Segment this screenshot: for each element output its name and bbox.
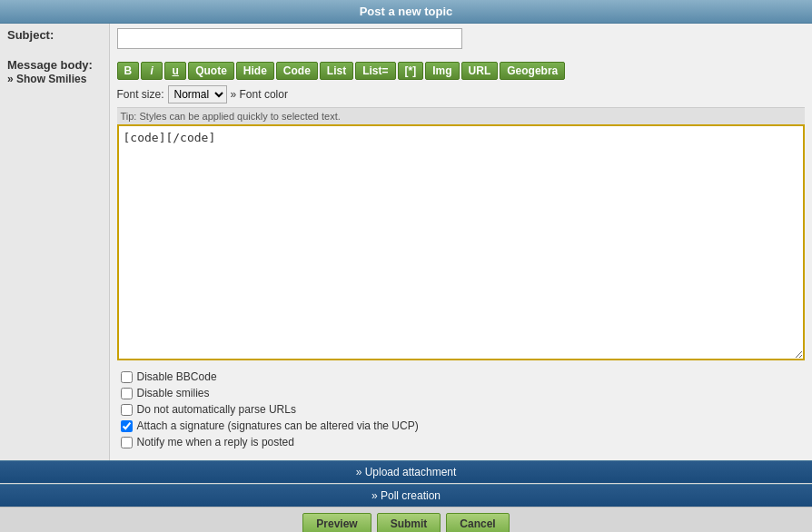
notify-reply-row: Notify me when a reply is posted xyxy=(121,434,802,450)
no-parse-urls-checkbox[interactable] xyxy=(121,404,133,416)
message-body-row: Message body: Show Smilies B i u Quote H… xyxy=(0,54,812,460)
show-smilies-link[interactable]: Show Smilies xyxy=(7,73,86,85)
list-button[interactable]: List xyxy=(320,62,353,80)
no-parse-urls-row: Do not automatically parse URLs xyxy=(121,401,802,418)
upload-attachment-label: » Upload attachment xyxy=(356,466,457,478)
notify-reply-checkbox[interactable] xyxy=(121,437,133,448)
disable-bbcode-row: Disable BBCode xyxy=(121,369,802,385)
preview-button[interactable]: Preview xyxy=(302,513,371,532)
hide-button[interactable]: Hide xyxy=(236,62,274,80)
list-ordered-button[interactable]: List= xyxy=(355,62,395,80)
disable-bbcode-label: Disable BBCode xyxy=(137,370,217,383)
subject-cell xyxy=(109,24,812,54)
no-parse-urls-label: Do not automatically parse URLs xyxy=(137,403,296,416)
disable-bbcode-checkbox[interactable] xyxy=(121,371,133,383)
disable-smilies-checkbox[interactable] xyxy=(121,388,133,399)
font-size-select[interactable]: Tiny Small Normal Large Huge xyxy=(168,85,227,103)
url-button[interactable]: URL xyxy=(461,62,499,80)
attach-signature-checkbox[interactable] xyxy=(121,420,133,432)
page-wrapper: Post a new topic Subject: Message body: … xyxy=(0,0,812,532)
italic-button[interactable]: i xyxy=(141,62,163,80)
disable-smilies-label: Disable smilies xyxy=(137,387,210,399)
subject-row: Subject: xyxy=(0,24,812,54)
buttons-row: Preview Submit Cancel xyxy=(0,507,812,532)
message-body-label: Message body: Show Smilies xyxy=(0,54,109,460)
code-button[interactable]: Code xyxy=(276,62,318,80)
poll-creation-label: » Poll creation xyxy=(371,489,441,502)
img-button[interactable]: Img xyxy=(425,62,459,80)
notify-reply-label: Notify me when a reply is posted xyxy=(137,436,294,448)
options-section: Disable BBCode Disable smilies Do not au… xyxy=(117,363,806,456)
page-title: Post a new topic xyxy=(0,0,812,24)
geogebra-button[interactable]: Geogebra xyxy=(500,62,565,80)
submit-button[interactable]: Submit xyxy=(377,513,441,532)
poll-creation-bar[interactable]: » Poll creation xyxy=(0,484,812,507)
font-size-row: Font size: Tiny Small Normal Large Huge … xyxy=(117,84,806,107)
attach-signature-row: Attach a signature (signatures can be al… xyxy=(121,418,802,434)
font-color-link[interactable]: » Font color xyxy=(231,88,288,101)
tip-text: Tip: Styles can be applied quickly to se… xyxy=(117,107,806,124)
bold-button[interactable]: B xyxy=(117,62,140,80)
underline-button[interactable]: u xyxy=(164,62,186,80)
toolbar: B i u Quote Hide Code List List= [*] Img… xyxy=(117,58,806,84)
message-body-cell: B i u Quote Hide Code List List= [*] Img… xyxy=(109,54,812,460)
font-size-label: Font size: xyxy=(117,88,164,101)
form-table: Subject: Message body: Show Smilies B i … xyxy=(0,24,812,460)
upload-attachment-bar[interactable]: » Upload attachment xyxy=(0,460,812,483)
disable-smilies-row: Disable smilies xyxy=(121,385,802,401)
attach-signature-label: Attach a signature (signatures can be al… xyxy=(137,419,419,432)
quote-button[interactable]: Quote xyxy=(188,62,234,80)
list-item-button[interactable]: [*] xyxy=(398,62,424,80)
subject-label: Subject: xyxy=(0,24,109,54)
message-textarea[interactable]: [code][/code] xyxy=(117,124,806,360)
cancel-button[interactable]: Cancel xyxy=(446,513,509,532)
subject-input[interactable] xyxy=(117,28,462,49)
